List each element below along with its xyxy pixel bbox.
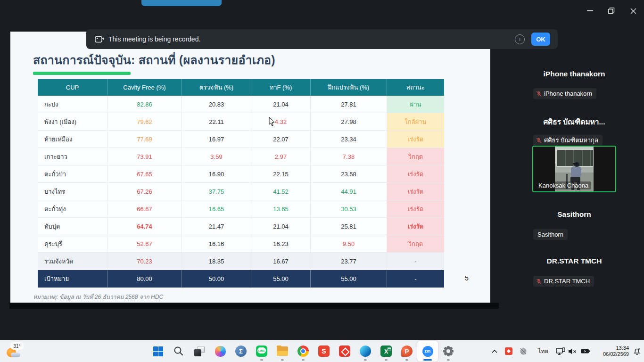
speaker-muted-icon (568, 348, 577, 355)
table-cell: เร่งรัด (387, 131, 444, 148)
powerpoint-button[interactable]: P (396, 341, 417, 362)
red-diamond-app-button[interactable] (334, 341, 355, 362)
file-explorer-button[interactable] (272, 341, 293, 362)
display-icon (556, 347, 565, 355)
table-row: บางไทร67.2637.7541.5244.91เร่งรัด (38, 183, 444, 200)
table-cell: คุระบุรี (38, 235, 107, 253)
record-icon (505, 347, 512, 355)
table-cell: 16.23 (251, 235, 310, 253)
participant-tile[interactable]: DR.STAR TMCH (518, 257, 631, 265)
table-cell: 22.07 (251, 131, 310, 148)
participant-tile[interactable]: Sasithorn (518, 210, 631, 219)
tray-overflow-chevron[interactable] (489, 340, 500, 362)
minimize-button[interactable] (579, 5, 601, 17)
table-cell: เร่งรัด (387, 183, 444, 200)
excel-button[interactable]: X (376, 341, 396, 362)
participant-tile[interactable]: ศศิธร บัณฑิตมหา... (518, 116, 631, 128)
table-column-header: สถานะ (387, 79, 444, 96)
red-s-app-button[interactable]: S (314, 341, 334, 362)
table-cell: 3.59 (182, 148, 251, 165)
table-cell: 21.04 (251, 218, 310, 235)
chrome-button[interactable] (293, 341, 314, 362)
tray-device-disabled[interactable] (518, 340, 529, 362)
edge-button[interactable] (355, 341, 376, 362)
tray-volume-muted[interactable] (567, 340, 578, 362)
bell-dnd-icon: z (633, 347, 641, 355)
task-view-button[interactable] (189, 341, 210, 362)
slide-page-number: 5 (457, 274, 476, 282)
zoom-button[interactable]: zm (417, 341, 438, 362)
battery-charging-icon (580, 348, 591, 354)
temperature-label: 31° (10, 342, 24, 350)
settings-button[interactable] (438, 341, 459, 362)
table-cell: เร่งรัด (387, 200, 444, 218)
table-cell: พังงา (เมือง) (38, 113, 107, 131)
table-cell: 44.91 (310, 183, 387, 200)
tray-language-indicator[interactable]: ไทย (535, 340, 552, 362)
table-cell: 66.67 (107, 200, 182, 218)
tray-cast-display[interactable] (554, 340, 567, 362)
restore-button[interactable] (601, 5, 622, 17)
table-cell: เร่งรัด (387, 218, 444, 235)
table-row: รวมจังหวัด70.2318.3516.6723.77- (38, 253, 444, 270)
taskbar: 31° Σ LINE (0, 340, 644, 362)
mic-muted-icon (536, 279, 542, 284)
table-cell: 22.15 (251, 165, 310, 183)
table-cell: 16.65 (182, 200, 251, 218)
chevron-up-icon (492, 350, 497, 353)
restore-icon (608, 8, 615, 14)
close-button[interactable] (622, 5, 644, 17)
table-row: ตะกั่วทุ่ง66.6716.6513.6530.53เร่งรัด (38, 200, 444, 218)
table-cell: บางไทร (38, 183, 107, 200)
table-column-header: ทาF (%) (251, 79, 310, 96)
table-cell: - (387, 270, 444, 288)
participant-name-badge: ศศิธร บัณฑิตมหากุล (533, 135, 603, 146)
line-icon: LINE (256, 346, 267, 357)
zoom-icon: zm (422, 346, 433, 357)
recording-message: This meeting is being recorded. (108, 35, 200, 43)
table-cell: 52.67 (107, 235, 182, 253)
line-app-button[interactable]: LINE (251, 341, 272, 362)
sigma-stats-app-button[interactable]: Σ (231, 341, 251, 362)
table-cell: 23.58 (310, 165, 387, 183)
tray-recording-indicator[interactable] (504, 340, 514, 362)
table-cell: 21.47 (182, 218, 251, 235)
tray-clock[interactable]: 13:34 06/02/2569 (595, 340, 629, 362)
ok-button[interactable]: OK (531, 33, 550, 46)
tray-battery[interactable] (579, 340, 592, 362)
copilot-icon (215, 346, 226, 357)
taskbar-icons: Σ LINE S X P (148, 341, 459, 362)
table-cell: วิกฤต (387, 235, 444, 253)
recording-notification-bar: This meeting is being recorded. i OK (86, 29, 558, 49)
excel-icon: X (380, 346, 392, 357)
search-icon (173, 346, 184, 356)
participant-name-badge: iPhone thanakorn (533, 88, 596, 99)
table-cell: วิกฤต (387, 148, 444, 165)
table-cell: 13.65 (251, 200, 310, 218)
table-cell: 64.74 (107, 218, 182, 235)
info-icon[interactable]: i (515, 34, 525, 44)
gear-icon (443, 346, 454, 356)
slide-title: สถานการณ์ปัจจุบัน: สถานที่ (ผลงานรายอำเภ… (33, 50, 275, 69)
search-button[interactable] (168, 341, 189, 362)
copilot-button[interactable] (210, 341, 231, 362)
table-cell: 77.69 (107, 131, 182, 148)
table-cell: 23.34 (310, 131, 387, 148)
participant-video-tile-active-speaker[interactable]: Kanoksak Chaona (532, 146, 616, 192)
table-target-row: เป้าหมาย80.0050.0055.0055.00- (38, 270, 444, 288)
table-cell: 9.50 (310, 235, 387, 253)
table-cell: 20.83 (182, 96, 251, 113)
participant-video-name-label: Kanoksak Chaona (536, 181, 591, 189)
weather-widget[interactable]: 31° (3, 341, 27, 361)
tray-date: 06/02/2569 (603, 351, 629, 357)
slide-footnote: หมายเหตุ: ข้อมูล ณ วันที่ 26 ธันวาคม 256… (33, 292, 163, 301)
table-cell: เร่งรัด (387, 165, 444, 183)
participant-tile[interactable]: iPhone thanakorn (518, 70, 631, 78)
table-row: คุระบุรี52.6716.1616.239.50วิกฤต (38, 235, 444, 253)
table-column-header: ฝึกแปรงฟัน (%) (310, 79, 387, 96)
tray-notification-bell[interactable]: z (631, 340, 643, 362)
table-cell: รวมจังหวัด (38, 253, 107, 270)
table-cell: 2.97 (251, 148, 310, 165)
table-cell: 67.26 (107, 183, 182, 200)
start-button[interactable] (148, 341, 168, 362)
